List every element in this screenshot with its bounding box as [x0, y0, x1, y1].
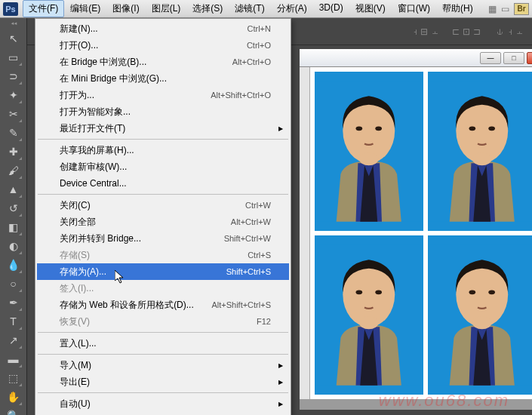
menu-item[interactable]: 帮助(H): [436, 0, 479, 17]
close-button[interactable]: ✕: [527, 52, 532, 64]
align-icon[interactable]: ⫞: [413, 26, 417, 37]
panel-handle[interactable]: [2, 21, 25, 26]
menu-row[interactable]: 自动(U): [37, 395, 289, 412]
menubar: Ps 文件(F)编辑(E)图像(I)图层(L)选择(S)滤镜(T)分析(A)3D…: [0, 0, 532, 18]
menu-row[interactable]: 导入(M): [37, 357, 289, 374]
screen-mode-icon[interactable]: ▭: [501, 4, 509, 14]
menu-label: 在 Bridge 中浏览(B)...: [60, 56, 232, 69]
menu-shortcut: Alt+Shift+Ctrl+S: [211, 300, 271, 309]
document-canvas[interactable]: [310, 67, 532, 399]
menu-item[interactable]: 视图(V): [349, 0, 392, 17]
dodge-tool[interactable]: ○: [5, 275, 23, 293]
align-icon[interactable]: ⊟: [420, 26, 428, 37]
menu-row[interactable]: 关闭并转到 Bridge...Shift+Ctrl+W: [37, 230, 289, 247]
svg-point-17: [469, 290, 475, 294]
menu-row[interactable]: 关闭全部Alt+Ctrl+W: [37, 214, 289, 230]
menu-label: 打开(O)...: [60, 39, 247, 52]
menu-row[interactable]: 共享我的屏幕(H)...: [37, 142, 289, 158]
menu-item[interactable]: 窗口(W): [392, 0, 436, 17]
distribute-icon[interactable]: ⫝: [496, 26, 505, 37]
bridge-badge[interactable]: Br: [514, 3, 529, 15]
align-icon[interactable]: ⊡: [463, 26, 470, 37]
menu-row[interactable]: Device Central...: [37, 175, 289, 192]
magic-wand-tool[interactable]: ✦: [5, 86, 23, 104]
distribute-icon[interactable]: ⫞: [508, 26, 512, 37]
menu-label: 打开为...: [60, 89, 211, 102]
healing-tool[interactable]: ✚: [5, 143, 23, 161]
svg-point-9: [472, 152, 491, 165]
hand-tool[interactable]: ✋: [5, 388, 23, 406]
menu-label: 存储为(A)...: [60, 266, 226, 278]
menu-label: 共享我的屏幕(H)...: [60, 144, 271, 157]
menu-label: 置入(L)...: [60, 337, 271, 350]
align-icon[interactable]: ⫠: [431, 26, 440, 37]
align-icon[interactable]: ⊏: [452, 26, 460, 37]
menu-item[interactable]: 图像(I): [106, 0, 145, 17]
menu-row[interactable]: 新建(N)...Ctrl+N: [37, 20, 289, 37]
align-icon[interactable]: ⊐: [473, 26, 481, 37]
menu-item[interactable]: 滤镜(T): [229, 0, 270, 17]
menu-row[interactable]: 打开为...Alt+Shift+Ctrl+O: [37, 87, 289, 103]
history-brush-tool[interactable]: ↺: [5, 199, 23, 217]
menu-shortcut: F12: [257, 317, 271, 326]
menu-row[interactable]: 置入(L)...: [37, 335, 289, 352]
type-tool[interactable]: T: [5, 312, 23, 330]
document-titlebar[interactable]: — □ ✕: [300, 49, 532, 67]
maximize-button[interactable]: □: [503, 52, 524, 64]
zoom-tool[interactable]: 🔍: [5, 407, 23, 415]
menu-row[interactable]: 最近打开文件(T): [37, 120, 289, 137]
menu-label: 关闭(C): [60, 199, 245, 212]
menu-row[interactable]: 存储为 Web 和设备所用格式(D)...Alt+Shift+Ctrl+S: [37, 297, 289, 313]
menu-label: Device Central...: [60, 178, 271, 189]
brush-tool[interactable]: 🖌: [5, 161, 23, 180]
distribute-icon[interactable]: ⫠: [515, 26, 524, 37]
3d-tool[interactable]: ⬚: [5, 369, 23, 387]
minimize-button[interactable]: —: [480, 52, 501, 64]
svg-point-8: [488, 126, 495, 131]
menu-row[interactable]: 脚本(R): [37, 412, 289, 415]
eyedropper-tool[interactable]: ✎: [5, 124, 23, 142]
menu-row[interactable]: 在 Mini Bridge 中浏览(G)...: [37, 70, 289, 87]
toolbox: ↖▭⊃✦✂✎✚🖌▲↺◧◐💧○✒T↗▬⬚✋🔍: [0, 18, 27, 415]
svg-point-19: [472, 316, 491, 329]
eraser-tool[interactable]: ◧: [5, 218, 23, 236]
marquee-tool[interactable]: ▭: [5, 48, 23, 66]
menu-item[interactable]: 图层(L): [146, 0, 187, 17]
menu-row[interactable]: 创建新审核(W)...: [37, 158, 289, 175]
doc-layout-icon[interactable]: ▦: [488, 4, 497, 14]
menu-item[interactable]: 3D(D): [313, 0, 349, 17]
stamp-tool[interactable]: ▲: [5, 180, 23, 198]
menu-row[interactable]: 导出(E): [37, 374, 289, 390]
menu-item[interactable]: 文件(F): [23, 0, 64, 17]
pen-tool[interactable]: ✒: [5, 294, 23, 312]
move-tool[interactable]: ↖: [5, 29, 23, 48]
shape-tool[interactable]: ▬: [5, 350, 23, 368]
menu-item[interactable]: 编辑(E): [64, 0, 106, 17]
menu-label: 存储(S): [60, 249, 248, 262]
menu-label: 导出(E): [60, 376, 271, 389]
menu-separator: [38, 354, 288, 355]
menu-row[interactable]: 打开(O)...Ctrl+O: [37, 37, 289, 54]
svg-point-3: [375, 126, 382, 131]
menu-shortcut: Ctrl+O: [247, 41, 271, 50]
path-tool[interactable]: ↗: [5, 331, 23, 349]
gradient-tool[interactable]: ◐: [5, 237, 23, 255]
menu-label: 签入(I)...: [60, 282, 271, 295]
lasso-tool[interactable]: ⊃: [5, 67, 23, 85]
menu-row[interactable]: 打开为智能对象...: [37, 103, 289, 120]
menu-row[interactable]: 在 Bridge 中浏览(B)...Alt+Ctrl+O: [37, 54, 289, 70]
menu-row[interactable]: 存储为(A)...Shift+Ctrl+S: [37, 263, 289, 280]
menu-shortcut: Shift+Ctrl+W: [224, 234, 271, 243]
svg-point-13: [375, 290, 382, 294]
blur-tool[interactable]: 💧: [5, 256, 23, 274]
crop-tool[interactable]: ✂: [5, 105, 23, 123]
menu-item[interactable]: 选择(S): [186, 0, 229, 17]
file-menu-dropdown: 新建(N)...Ctrl+N打开(O)...Ctrl+O在 Bridge 中浏览…: [35, 18, 291, 415]
menu-item[interactable]: 分析(A): [271, 0, 313, 17]
menu-shortcut: Ctrl+N: [248, 24, 271, 33]
menu-shortcut: Alt+Shift+Ctrl+O: [211, 91, 271, 100]
menu-separator: [38, 392, 288, 393]
menu-label: 新建(N)...: [60, 23, 248, 35]
menu-row[interactable]: 关闭(C)Ctrl+W: [37, 197, 289, 214]
svg-point-12: [356, 290, 363, 294]
